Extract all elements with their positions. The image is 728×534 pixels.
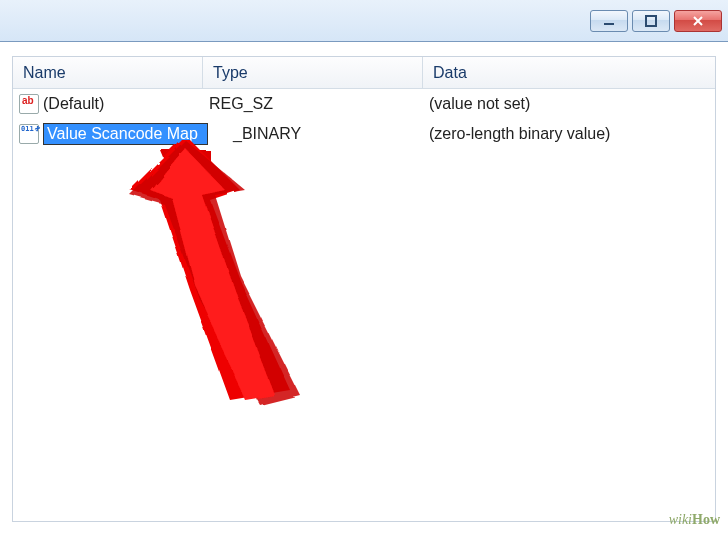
window-titlebar — [0, 0, 728, 42]
maximize-button[interactable] — [632, 10, 670, 32]
value-data-label: (zero-length binary value) — [423, 125, 715, 143]
maximize-icon — [645, 15, 657, 27]
column-header-row: Name Type Data — [13, 57, 715, 89]
column-header-data[interactable]: Data — [423, 57, 715, 88]
svg-rect-1 — [646, 16, 656, 26]
value-type-label: _BINARY — [203, 125, 423, 143]
value-name-label: (Default) — [43, 95, 104, 113]
column-header-name[interactable]: Name — [13, 57, 203, 88]
registry-value-row[interactable]: (Default) REG_SZ (value not set) — [13, 89, 715, 119]
minimize-icon — [603, 15, 615, 27]
column-header-type[interactable]: Type — [203, 57, 423, 88]
value-type-label: REG_SZ — [203, 95, 423, 113]
registry-values-panel: Name Type Data (Default) REG_SZ (value n… — [12, 56, 716, 522]
reg-sz-icon — [19, 94, 39, 114]
minimize-button[interactable] — [590, 10, 628, 32]
close-icon — [692, 15, 704, 27]
registry-value-row[interactable]: _BINARY (zero-length binary value) — [13, 119, 715, 149]
value-rename-input[interactable] — [43, 123, 208, 145]
watermark: wikiHow — [669, 512, 720, 528]
value-data-label: (value not set) — [423, 95, 715, 113]
reg-binary-icon — [19, 124, 39, 144]
svg-rect-0 — [604, 23, 614, 25]
close-button[interactable] — [674, 10, 722, 32]
